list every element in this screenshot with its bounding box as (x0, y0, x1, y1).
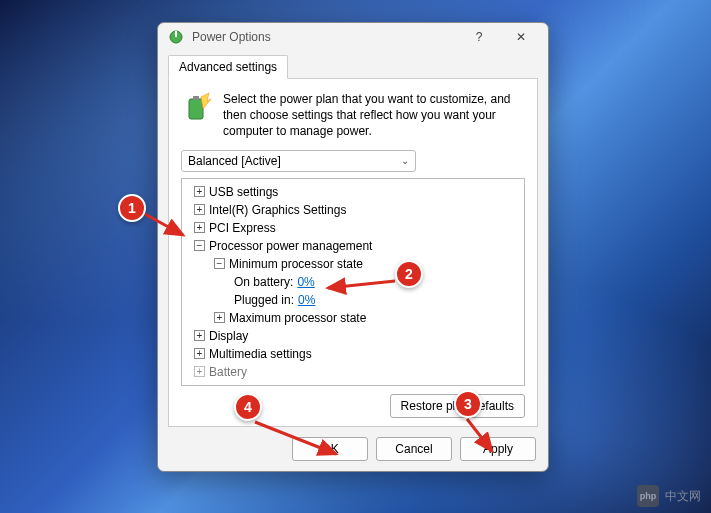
chevron-down-icon: ⌄ (401, 155, 409, 166)
svg-rect-2 (189, 99, 203, 119)
intro-text: Select the power plan that you want to c… (223, 91, 525, 140)
ok-button[interactable]: OK (292, 437, 368, 461)
node-intel-graphics[interactable]: Intel(R) Graphics Settings (209, 203, 346, 217)
collapse-icon[interactable]: − (214, 258, 225, 269)
power-icon (168, 29, 184, 45)
watermark: php 中文网 (637, 485, 701, 507)
titlebar[interactable]: Power Options ? ✕ (158, 23, 548, 51)
cancel-button[interactable]: Cancel (376, 437, 452, 461)
node-display[interactable]: Display (209, 329, 248, 343)
node-pci-express[interactable]: PCI Express (209, 221, 276, 235)
settings-tree[interactable]: +USB settings +Intel(R) Graphics Setting… (181, 178, 525, 386)
expand-icon[interactable]: + (194, 186, 205, 197)
tab-content: Select the power plan that you want to c… (168, 79, 538, 427)
annotation-3: 3 (454, 390, 482, 418)
plan-select-value: Balanced [Active] (188, 154, 281, 168)
expand-icon[interactable]: + (194, 348, 205, 359)
watermark-logo: php (637, 485, 659, 507)
power-options-dialog: Power Options ? ✕ Advanced settings Sele… (157, 22, 549, 472)
help-button[interactable]: ? (458, 23, 500, 51)
node-multimedia-settings[interactable]: Multimedia settings (209, 347, 312, 361)
svg-rect-1 (175, 31, 177, 37)
node-maximum-processor-state[interactable]: Maximum processor state (229, 311, 366, 325)
close-button[interactable]: ✕ (500, 23, 542, 51)
label-on-battery: On battery: (234, 275, 293, 289)
expand-icon[interactable]: + (194, 366, 205, 377)
annotation-1: 1 (118, 194, 146, 222)
expand-icon[interactable]: + (194, 330, 205, 341)
dialog-button-row: OK Cancel Apply (158, 437, 548, 473)
collapse-icon[interactable]: − (194, 240, 205, 251)
battery-icon (181, 91, 213, 140)
tab-advanced-settings[interactable]: Advanced settings (168, 55, 288, 79)
expand-icon[interactable]: + (194, 222, 205, 233)
node-battery[interactable]: Battery (209, 365, 247, 379)
node-minimum-processor-state[interactable]: Minimum processor state (229, 257, 363, 271)
watermark-text: 中文网 (665, 488, 701, 505)
expand-icon[interactable]: + (214, 312, 225, 323)
annotation-2: 2 (395, 260, 423, 288)
svg-rect-3 (193, 96, 199, 100)
label-plugged-in: Plugged in: (234, 293, 294, 307)
node-processor-power-management[interactable]: Processor power management (209, 239, 372, 253)
expand-icon[interactable]: + (194, 204, 205, 215)
value-plugged-in[interactable]: 0% (298, 293, 315, 307)
annotation-4: 4 (234, 393, 262, 421)
apply-button[interactable]: Apply (460, 437, 536, 461)
tabstrip: Advanced settings (168, 55, 538, 79)
node-usb-settings[interactable]: USB settings (209, 185, 278, 199)
window-title: Power Options (192, 30, 458, 44)
value-on-battery[interactable]: 0% (297, 275, 314, 289)
power-plan-select[interactable]: Balanced [Active] ⌄ (181, 150, 416, 172)
